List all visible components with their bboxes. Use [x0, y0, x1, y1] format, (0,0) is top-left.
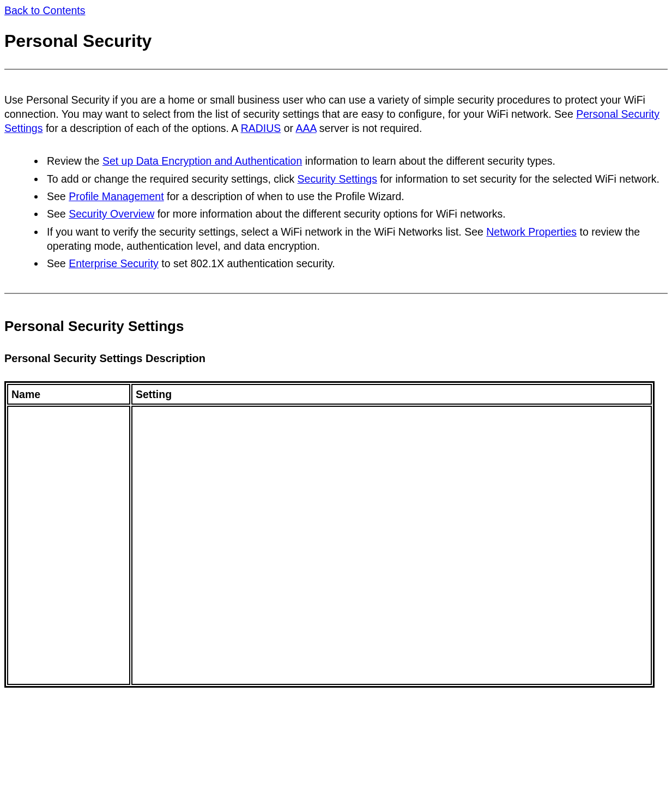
security-overview-link[interactable]: Security Overview — [69, 208, 154, 220]
list-text: for a description of when to use the Pro… — [164, 190, 404, 202]
list-text: See — [47, 190, 69, 202]
list-text: Review the — [47, 155, 102, 167]
table-header-setting: Setting — [131, 384, 652, 405]
intro-paragraph: Use Personal Security if you are a home … — [4, 93, 668, 136]
profile-management-link[interactable]: Profile Management — [69, 190, 164, 202]
list-item: See Enterprise Security to set 802.1X au… — [45, 256, 668, 270]
intro-text: Use Personal Security if you are a home … — [4, 94, 645, 120]
intro-text: for a description of each of the options… — [43, 122, 240, 134]
list-item: To add or change the required security s… — [45, 172, 668, 186]
divider — [4, 69, 668, 70]
table-cell — [131, 406, 652, 685]
network-properties-link[interactable]: Network Properties — [486, 226, 577, 238]
list-item: Review the Set up Data Encryption and Au… — [45, 154, 668, 168]
enterprise-security-link[interactable]: Enterprise Security — [69, 257, 159, 269]
list-text: to set 802.1X authentication security. — [159, 257, 335, 269]
list-text: See — [47, 257, 69, 269]
table-cell — [7, 406, 130, 685]
list-text: If you want to verify the security setti… — [47, 226, 486, 238]
list-item: See Profile Management for a description… — [45, 189, 668, 203]
security-settings-link[interactable]: Security Settings — [298, 173, 377, 185]
data-encryption-link[interactable]: Set up Data Encryption and Authenticatio… — [102, 155, 302, 167]
divider — [4, 293, 668, 294]
radius-link[interactable]: RADIUS — [241, 122, 281, 134]
section-heading: Personal Security Settings — [4, 317, 668, 336]
back-to-contents-link[interactable]: Back to Contents — [4, 4, 86, 16]
list-text: To add or change the required security s… — [47, 173, 298, 185]
settings-table: Name Setting — [4, 381, 655, 688]
list-text: for more information about the different… — [154, 208, 506, 220]
intro-text: or — [281, 122, 295, 134]
list-text: information to learn about the different… — [302, 155, 555, 167]
page-title: Personal Security — [4, 29, 668, 53]
list-item: See Security Overview for more informati… — [45, 207, 668, 221]
instruction-list: Review the Set up Data Encryption and Au… — [28, 154, 668, 270]
list-text: for information to set security for the … — [377, 173, 659, 185]
aaa-link[interactable]: AAA — [295, 122, 316, 134]
section-subheading: Personal Security Settings Description — [4, 351, 668, 366]
table-header-name: Name — [7, 384, 130, 405]
list-item: If you want to verify the security setti… — [45, 225, 668, 254]
intro-text: server is not required. — [316, 122, 422, 134]
list-text: See — [47, 208, 69, 220]
